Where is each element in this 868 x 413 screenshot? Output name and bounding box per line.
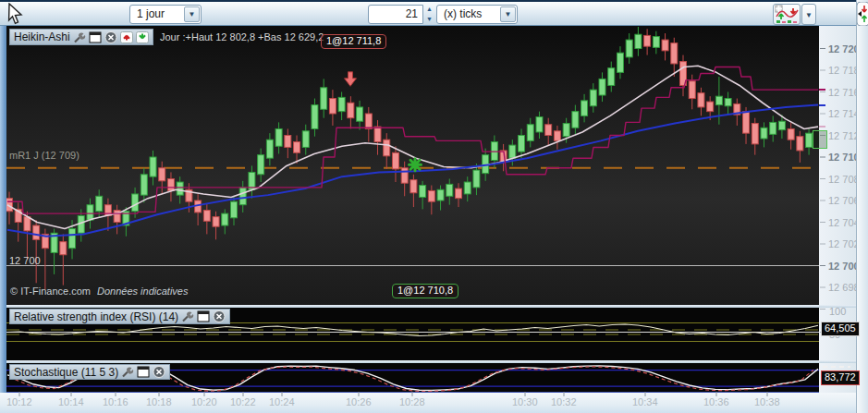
spin-up-icon[interactable]: ▲ (423, 5, 435, 15)
copyright-note: Données indicatives (97, 285, 188, 297)
copyright-text: © IT-Finance.com Données indicatives (10, 285, 188, 297)
rsi-header[interactable]: Relative strength index (RSI) (14) (9, 309, 230, 324)
chevron-down-icon: ▼ (805, 11, 813, 19)
price-axis-label: 12 718 (828, 65, 860, 76)
expand-panel-icon[interactable] (857, 2, 868, 26)
rsi-title: Relative strength index (RSI) (14) (14, 310, 178, 323)
buy-order-label[interactable]: 1@12 710,8 (392, 284, 458, 298)
buy-arrow-button[interactable] (136, 31, 149, 43)
price-axis-label: 12 700 (828, 261, 860, 272)
ticks-count-stepper[interactable]: ▲ ▼ (423, 5, 435, 24)
chart-style-icon (774, 5, 800, 24)
chevron-down-icon: ▼ (185, 7, 199, 21)
pivot-r1-label: mR1 J (12 709) (9, 150, 79, 161)
top-toolbar: 1 jour ▼ 21 ▲ ▼ (x) ticks ▼ ▼ (0, 0, 868, 26)
mouse-cursor-icon (6, 3, 26, 25)
day-high-low-info: Jour :+Haut 12 802,8 +Bas 12 629,2 (160, 31, 324, 43)
stochastic-title: Stochastique (11 5 3) (14, 366, 118, 379)
price-axis-label: 12 720 (828, 43, 860, 55)
units-dropdown-button[interactable]: ▼ (500, 6, 516, 22)
main-chart-header[interactable]: Heikin-Ashi (9, 29, 153, 45)
close-icon[interactable] (104, 31, 117, 43)
settings-wrench-icon[interactable] (73, 31, 86, 43)
stochastic-value-badge: 83,772 (821, 370, 860, 385)
chevron-down-icon: ▼ (501, 7, 515, 21)
stochastic-header[interactable]: Stochastique (11 5 3) (9, 364, 170, 380)
chart-canvas[interactable] (0, 0, 868, 413)
timeframe-dropdown-button[interactable]: ▼ (184, 6, 200, 22)
timeframe-select[interactable]: 1 jour ▼ (129, 5, 202, 24)
rsi-axis-100: 100 (829, 306, 846, 317)
copyright-brand: © IT-Finance.com (10, 285, 91, 297)
price-axis-label: 12 716 (828, 87, 860, 98)
settings-wrench-icon[interactable] (181, 310, 194, 322)
price-axis-label: 12 704 (828, 217, 860, 228)
price-axis-label: 12 708 (828, 174, 860, 185)
detach-window-icon[interactable] (137, 366, 150, 378)
chart-style-button[interactable] (773, 4, 801, 25)
settings-wrench-icon[interactable] (121, 366, 134, 378)
price-axis-label: 12 702 (828, 238, 860, 249)
ticks-count-input[interactable]: 21 (368, 5, 423, 24)
units-value: (x) ticks (444, 7, 482, 20)
trading-app-window: 1 jour ▼ 21 ▲ ▼ (x) ticks ▼ ▼ (0, 0, 868, 413)
price-axis-label: 12 710 (828, 152, 860, 163)
price-axis-label: 12 712 (828, 130, 860, 141)
price-axis-label: 12 698 (828, 282, 860, 293)
main-chart-title: Heikin-Ashi (14, 30, 70, 43)
sell-order-label[interactable]: 1@12 711,8 (321, 34, 386, 49)
close-icon[interactable] (213, 310, 226, 322)
sell-arrow-button[interactable] (120, 31, 133, 43)
price-axis-label: 12 714 (828, 108, 860, 119)
units-select[interactable]: (x) ticks ▼ (436, 5, 518, 24)
last-price-axis-marker (813, 130, 827, 149)
timeframe-value: 1 jour (137, 7, 165, 20)
chart-style-dropdown-button[interactable]: ▼ (801, 4, 816, 25)
detach-window-icon[interactable] (197, 310, 210, 322)
rsi-value-badge: 64,505 (821, 322, 860, 336)
level-12700-label: 12 700 (9, 255, 41, 266)
collapsed-side-panel[interactable] (856, 0, 868, 413)
price-axis-label: 12 706 (828, 195, 860, 206)
spin-down-icon[interactable]: ▼ (423, 15, 435, 25)
detach-window-icon[interactable] (89, 31, 102, 43)
close-icon[interactable] (153, 366, 165, 378)
